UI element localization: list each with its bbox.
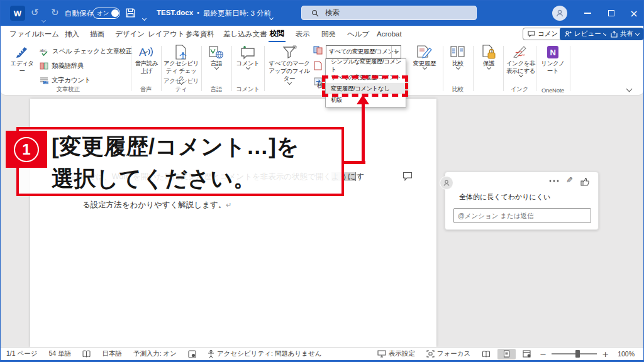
- linked-notes-button[interactable]: N リンクノート: [539, 45, 567, 75]
- tab-insert[interactable]: 挿入: [64, 26, 80, 42]
- tab-home[interactable]: ホーム: [36, 26, 60, 42]
- web-layout-view-icon[interactable]: [517, 348, 536, 360]
- word-count-indicator[interactable]: 54 単語: [43, 348, 77, 360]
- title-chevron-icon[interactable]: [270, 11, 273, 22]
- document-line-2[interactable]: る設定方法をわかりやすく解説します。↵: [82, 200, 231, 211]
- group-language-label: 言語: [201, 85, 231, 94]
- word-window: W ↺ ↻ 自動保存 オン TEST.docx • 最終更新日時: 3 分前 検…: [0, 0, 644, 362]
- track-changes-button[interactable]: 変更履歴: [409, 45, 440, 69]
- annotation-line-1: [変更履歴/コメント…]を: [52, 130, 299, 162]
- word-count-icon: 123: [40, 77, 48, 84]
- comment-text: 全体的に長くてわかりにくい: [459, 192, 550, 202]
- redo-icon[interactable]: ↻: [51, 7, 59, 18]
- zoom-slider-thumb[interactable]: [575, 350, 580, 358]
- comment-card[interactable]: ✎ 全体的に長くてわかりにくい: [445, 172, 599, 230]
- markup-filter-button[interactable]: すべてのマークアップのフィルター: [267, 45, 311, 84]
- hide-ink-button[interactable]: インクを非表示にする: [506, 45, 536, 77]
- read-aloud-button[interactable]: A 音声読み上げ: [133, 45, 160, 75]
- svg-text:abc: abc: [40, 48, 47, 53]
- protect-lock-icon: [482, 45, 496, 60]
- tab-developer[interactable]: 開発: [320, 26, 337, 42]
- page-indicator[interactable]: 1/1 ページ: [1, 348, 43, 360]
- autosave-toggle[interactable]: オン: [92, 8, 120, 19]
- tab-draw[interactable]: 描画: [89, 26, 106, 42]
- print-layout-view-icon[interactable]: [497, 349, 516, 359]
- document-title[interactable]: TEST.docx: [157, 9, 193, 16]
- word-logo-icon: W: [10, 6, 25, 21]
- user-avatar[interactable]: [552, 6, 567, 21]
- display-settings-button[interactable]: 表示設定: [372, 348, 421, 360]
- minimize-button[interactable]: [575, 1, 599, 26]
- annotation-callout: [変更履歴/コメント…]を 選択してください。: [16, 127, 344, 196]
- comment-more-icon[interactable]: [549, 180, 559, 182]
- zoom-out-button[interactable]: −: [536, 348, 550, 360]
- focus-icon: [426, 350, 435, 358]
- tab-acrobat[interactable]: Acrobat: [375, 26, 403, 42]
- zoom-slider[interactable]: [550, 348, 599, 360]
- accessibility-icon: [174, 45, 188, 60]
- word-count-button[interactable]: 123 文字カウント: [40, 76, 91, 85]
- compare-icon: [450, 45, 465, 60]
- tab-layout[interactable]: レイアウト: [147, 26, 186, 42]
- track-changes-icon: [416, 45, 433, 60]
- read-mode-view-icon[interactable]: [476, 348, 496, 360]
- tab-review[interactable]: 校閲: [269, 26, 286, 42]
- comment-like-icon[interactable]: [580, 177, 589, 186]
- tab-help[interactable]: ヘルプ: [346, 26, 370, 42]
- tab-references[interactable]: 参考資料: [184, 26, 216, 42]
- ribbon-options-chevron-icon[interactable]: [143, 11, 146, 23]
- new-comment-button[interactable]: コメント: [234, 45, 262, 69]
- editor-button[interactable]: エディター: [9, 45, 35, 75]
- tab-view[interactable]: 表示: [294, 26, 311, 42]
- comment-icon: [528, 31, 535, 38]
- compare-button[interactable]: 比較: [445, 45, 470, 69]
- last-modified-label[interactable]: 最終更新日時: 3 分前: [203, 9, 271, 18]
- proofing-book-icon[interactable]: [77, 348, 96, 360]
- language-indicator[interactable]: 日本語: [96, 348, 128, 360]
- title-bar: W ↺ ↻ 自動保存 オン TEST.docx • 最終更新日時: 3 分前 検…: [1, 1, 643, 26]
- thesaurus-button[interactable]: 類義語辞典: [40, 62, 84, 70]
- share-button[interactable]: 共有: [606, 28, 643, 40]
- annotation-dashed-highlight: [322, 75, 408, 97]
- comment-bubble-icon[interactable]: [402, 172, 413, 181]
- protect-button[interactable]: 保護: [476, 45, 501, 69]
- new-comment-icon: [240, 45, 256, 60]
- ribbon-tab-row: ファイル ホーム 挿入 描画 デザイン レイアウト 参考資料 差し込み文書 校閲…: [1, 26, 643, 42]
- zoom-level[interactable]: 100%: [612, 348, 643, 360]
- annotation-line-2: 選択してください。: [52, 162, 299, 194]
- maximize-button[interactable]: [599, 1, 623, 26]
- tab-mailings[interactable]: 差し込み文書: [222, 26, 269, 42]
- close-button[interactable]: ×: [622, 1, 644, 26]
- ime-pad-icon[interactable]: [182, 348, 202, 360]
- read-aloud-icon: A: [138, 45, 155, 60]
- comment-edit-icon[interactable]: ✎: [566, 175, 573, 185]
- focus-button[interactable]: フォーカス: [421, 348, 476, 360]
- ribbon-collapse-chevron-icon[interactable]: [627, 82, 631, 94]
- undo-chevron-icon[interactable]: [42, 13, 45, 25]
- title-bullet: •: [197, 9, 199, 16]
- language-button[interactable]: 言語: [204, 45, 229, 69]
- save-icon[interactable]: [125, 8, 136, 18]
- review-button[interactable]: レビュー: [560, 28, 611, 40]
- group-compare-label: 比較: [443, 85, 473, 94]
- share-icon: [611, 31, 618, 38]
- search-input[interactable]: 検索: [301, 6, 477, 20]
- group-comment-label: コメント: [231, 85, 264, 94]
- reviewing-pane-doc-icon[interactable]: [314, 61, 322, 70]
- accessibility-status[interactable]: アクセシビリティ: 問題ありません: [202, 348, 328, 360]
- accessibility-person-icon: [208, 350, 214, 358]
- dropdown-item-simple-markup[interactable]: シンプルな変更履歴/コメント: [326, 60, 406, 72]
- combobox-chevron-icon[interactable]: [391, 46, 401, 58]
- group-speech-label: 音声: [131, 85, 161, 94]
- search-icon: [311, 9, 319, 17]
- comment-avatar: [440, 176, 453, 190]
- undo-icon[interactable]: ↺: [31, 7, 39, 18]
- comment-reply-input[interactable]: [453, 208, 591, 223]
- svg-text:123: 123: [44, 81, 48, 84]
- ime-indicator[interactable]: 予測入力: オン: [128, 348, 182, 360]
- group-proofing-label: 文章校正: [9, 85, 126, 94]
- tab-design[interactable]: デザイン: [114, 26, 146, 42]
- zoom-in-button[interactable]: +: [599, 348, 612, 360]
- display-for-review-combobox[interactable]: すべての変更履歴/コメント: [326, 45, 401, 58]
- display-for-review-icon[interactable]: [313, 46, 323, 55]
